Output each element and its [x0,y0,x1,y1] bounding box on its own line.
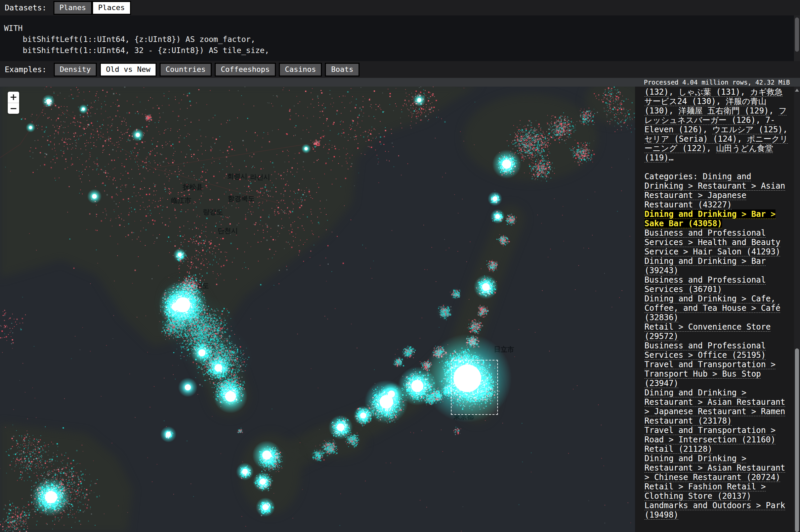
scroll-up-arrow-icon[interactable] [795,89,799,92]
category-link[interactable]: Retail > Fashion Retail > Clothing Store… [644,482,766,501]
category-link[interactable]: Dining and Drinking > Restaurant > Asian… [644,388,785,425]
brand-link[interactable]: ウエルシア (125) [712,125,783,134]
sql-line: bitShiftLeft(1::UInt64, {z:UInt8}) AS zo… [4,34,790,45]
category-link[interactable]: Business and Professional Services > Hea… [644,228,781,256]
query-stats-text: Processed 4.04 million rows, 42.32 MiB [644,78,790,86]
dataset-button-planes[interactable]: Planes [53,1,92,15]
datasets-bar: Datasets: Planes Places [0,0,800,16]
examples-label: Examples: [5,65,47,74]
zoom-in-button[interactable]: + [8,92,19,103]
category-link[interactable]: Business and Professional Services (3670… [644,275,766,294]
datasets-label: Datasets: [5,3,47,12]
map-zoom-control: + − [8,92,19,114]
map[interactable]: + − (132), しゃぶ葉 (131), カギ救急サービス24 (130),… [0,87,800,532]
examples-bar: Examples: Density Old vs New Countries C… [0,61,800,78]
zoom-out-button[interactable]: − [8,103,19,114]
datasets-buttons: Planes Places [53,1,131,15]
dataset-button-places[interactable]: Places [92,1,131,15]
category-link[interactable]: Dining and Drinking > Cafe, Coffee, and … [644,294,781,322]
code-scrollbar-thumb[interactable] [795,17,799,52]
category-link[interactable]: Dining and Drinking > Restaurant > Asian… [644,454,785,482]
brand-link[interactable]: 洋麺屋 五右衛門 (129) [678,106,769,115]
sql-editor[interactable]: WITH bitShiftLeft(1::UInt64, {z:UInt8}) … [0,16,800,61]
category-link[interactable]: Retail (21128) [644,444,712,454]
category-link[interactable]: Travel and Transportation > Road > Inter… [644,425,776,444]
example-button-countries[interactable]: Countries [160,63,212,77]
example-button-boats[interactable]: Boats [325,63,359,77]
page-scrollbar[interactable] [794,87,800,532]
top-names-list: (132), しゃぶ葉 (131), カギ救急サービス24 (130), 洋服の… [644,87,790,163]
app-window: Datasets: Planes Places WITH bitShiftLef… [0,0,800,532]
sql-line: WITH [4,23,790,34]
brand-link[interactable]: (132) [644,87,669,97]
categories-list: Categories: Dining and Drinking > Restau… [644,172,790,519]
selection-box[interactable] [451,360,498,415]
code-editor-scrollbar[interactable] [794,16,800,61]
category-link[interactable]: Retail > Convenience Store (29572) [644,322,771,341]
category-link[interactable]: Dining and Drinking > Bar > Sake Bar (43… [644,209,776,228]
category-link[interactable]: Landmarks and Outdoors > Park (19498) [644,501,785,519]
brand-link[interactable]: セリア (Seria) (124) [644,134,737,144]
category-link[interactable]: Dining and Drinking > Bar (39243) [644,256,766,275]
query-stats-bar: Processed 4.04 million rows, 42.32 MiB [0,78,800,87]
results-panel: (132), しゃぶ葉 (131), カギ救急サービス24 (130), 洋服の… [635,87,794,532]
categories-label: Categories: [644,172,703,181]
example-button-casinos[interactable]: Casinos [279,63,322,77]
sql-line: bitShiftLeft(1::UInt64, 32 - {z:UInt8}) … [4,45,790,56]
category-link[interactable]: Travel and Transportation > Transport Hu… [644,360,776,388]
example-button-old-vs-new[interactable]: Old vs New [100,63,156,77]
example-button-coffeeshops[interactable]: Coffeeshops [215,63,276,77]
category-link[interactable]: Business and Professional Services > Off… [644,341,766,360]
example-button-density[interactable]: Density [54,63,97,77]
page-scrollbar-thumb[interactable] [795,348,799,532]
brand-link[interactable]: しゃぶ葉 (131) [678,87,740,97]
